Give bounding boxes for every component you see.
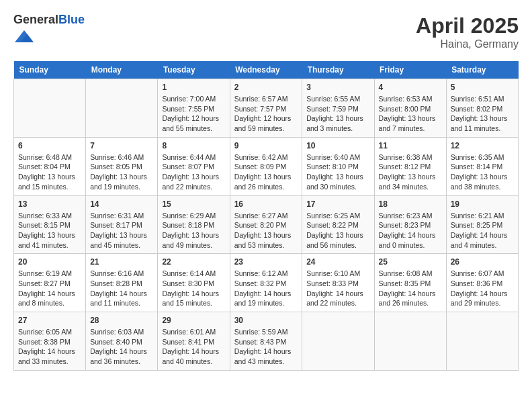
calendar-cell: 1Sunrise: 7:00 AMSunset: 7:55 PMDaylight… [158, 79, 230, 138]
logo-icon [15, 27, 34, 46]
day-number: 27 [18, 316, 81, 325]
day-details: Sunrise: 6:08 AMSunset: 8:35 PMDaylight:… [379, 269, 442, 308]
calendar-cell: 30Sunrise: 5:59 AMSunset: 8:43 PMDayligh… [230, 312, 302, 371]
day-details: Sunrise: 6:19 AMSunset: 8:27 PMDaylight:… [18, 269, 81, 308]
calendar-week-row: 20Sunrise: 6:19 AMSunset: 8:27 PMDayligh… [14, 254, 519, 312]
calendar-body: 1Sunrise: 7:00 AMSunset: 7:55 PMDaylight… [14, 79, 519, 371]
logo-general-text: General [13, 13, 58, 26]
calendar-cell: 15Sunrise: 6:29 AMSunset: 8:18 PMDayligh… [158, 195, 230, 254]
day-number: 7 [90, 141, 153, 150]
day-details: Sunrise: 6:48 AMSunset: 8:04 PMDaylight:… [18, 152, 81, 192]
calendar-cell: 13Sunrise: 6:33 AMSunset: 8:15 PMDayligh… [14, 195, 86, 254]
weekday-header-cell: Tuesday [158, 61, 230, 79]
calendar-cell [446, 312, 518, 371]
calendar-cell: 10Sunrise: 6:40 AMSunset: 8:10 PMDayligh… [302, 137, 374, 195]
day-number: 2 [234, 83, 298, 92]
day-details: Sunrise: 6:21 AMSunset: 8:25 PMDaylight:… [451, 211, 514, 250]
day-details: Sunrise: 6:29 AMSunset: 8:18 PMDaylight:… [162, 211, 225, 250]
calendar-cell: 7Sunrise: 6:46 AMSunset: 8:05 PMDaylight… [86, 137, 158, 195]
calendar-cell: 19Sunrise: 6:21 AMSunset: 8:25 PMDayligh… [446, 195, 518, 254]
calendar-cell: 11Sunrise: 6:38 AMSunset: 8:12 PMDayligh… [374, 137, 446, 195]
day-number: 3 [306, 83, 369, 92]
calendar-cell: 16Sunrise: 6:27 AMSunset: 8:20 PMDayligh… [230, 195, 302, 254]
day-number: 23 [234, 257, 298, 267]
calendar-cell: 17Sunrise: 6:25 AMSunset: 8:22 PMDayligh… [302, 195, 374, 254]
logo: GeneralBlue [13, 13, 85, 48]
day-number: 25 [379, 257, 442, 267]
calendar-cell: 3Sunrise: 6:55 AMSunset: 7:59 PMDaylight… [302, 79, 374, 138]
day-number: 9 [234, 141, 298, 150]
day-details: Sunrise: 6:31 AMSunset: 8:17 PMDaylight:… [90, 211, 153, 250]
day-number: 4 [379, 83, 442, 92]
day-details: Sunrise: 6:05 AMSunset: 8:38 PMDaylight:… [18, 327, 81, 367]
day-details: Sunrise: 6:57 AMSunset: 7:57 PMDaylight:… [234, 94, 298, 134]
day-number: 11 [379, 141, 442, 150]
day-number: 16 [234, 199, 298, 209]
day-number: 15 [162, 199, 225, 209]
day-details: Sunrise: 7:00 AMSunset: 7:55 PMDaylight:… [162, 94, 225, 134]
calendar-table: SundayMondayTuesdayWednesdayThursdayFrid… [13, 61, 519, 371]
day-details: Sunrise: 6:14 AMSunset: 8:30 PMDaylight:… [162, 269, 225, 308]
calendar-cell: 5Sunrise: 6:51 AMSunset: 8:02 PMDaylight… [446, 79, 518, 138]
weekday-header-cell: Wednesday [230, 61, 302, 79]
weekday-header-cell: Friday [374, 61, 446, 79]
page-header: GeneralBlue April 2025 Haina, Germany [13, 13, 519, 50]
calendar-cell: 29Sunrise: 6:01 AMSunset: 8:41 PMDayligh… [158, 312, 230, 371]
calendar-cell: 8Sunrise: 6:44 AMSunset: 8:07 PMDaylight… [158, 137, 230, 195]
day-number: 22 [162, 257, 225, 267]
day-details: Sunrise: 6:42 AMSunset: 8:09 PMDaylight:… [234, 152, 298, 192]
day-number: 30 [234, 316, 298, 325]
day-details: Sunrise: 6:27 AMSunset: 8:20 PMDaylight:… [234, 211, 298, 250]
day-details: Sunrise: 6:12 AMSunset: 8:32 PMDaylight:… [234, 269, 298, 308]
day-number: 13 [18, 199, 81, 209]
calendar-cell [302, 312, 374, 371]
weekday-header-cell: Thursday [302, 61, 374, 79]
calendar-cell: 21Sunrise: 6:16 AMSunset: 8:28 PMDayligh… [86, 254, 158, 312]
day-number: 20 [18, 257, 81, 267]
calendar-week-row: 13Sunrise: 6:33 AMSunset: 8:15 PMDayligh… [14, 195, 519, 254]
day-number: 8 [162, 141, 225, 150]
weekday-header-cell: Sunday [14, 61, 86, 79]
calendar-cell [86, 79, 158, 138]
calendar-cell: 20Sunrise: 6:19 AMSunset: 8:27 PMDayligh… [14, 254, 86, 312]
day-details: Sunrise: 6:46 AMSunset: 8:05 PMDaylight:… [90, 152, 153, 192]
calendar-cell: 25Sunrise: 6:08 AMSunset: 8:35 PMDayligh… [374, 254, 446, 312]
calendar-cell: 12Sunrise: 6:35 AMSunset: 8:14 PMDayligh… [446, 137, 518, 195]
day-details: Sunrise: 6:10 AMSunset: 8:33 PMDaylight:… [306, 269, 369, 308]
day-number: 29 [162, 316, 225, 325]
day-number: 24 [306, 257, 369, 267]
calendar-cell: 23Sunrise: 6:12 AMSunset: 8:32 PMDayligh… [230, 254, 302, 312]
day-number: 28 [90, 316, 153, 325]
day-number: 1 [162, 83, 225, 92]
calendar-title: April 2025 [416, 13, 519, 38]
calendar-week-row: 27Sunrise: 6:05 AMSunset: 8:38 PMDayligh… [14, 312, 519, 371]
calendar-cell: 6Sunrise: 6:48 AMSunset: 8:04 PMDaylight… [14, 137, 86, 195]
calendar-week-row: 1Sunrise: 7:00 AMSunset: 7:55 PMDaylight… [14, 79, 519, 138]
day-details: Sunrise: 6:01 AMSunset: 8:41 PMDaylight:… [162, 327, 225, 367]
day-details: Sunrise: 6:23 AMSunset: 8:23 PMDaylight:… [379, 211, 442, 250]
day-details: Sunrise: 6:16 AMSunset: 8:28 PMDaylight:… [90, 269, 153, 308]
day-number: 5 [451, 83, 514, 92]
day-number: 14 [90, 199, 153, 209]
day-number: 18 [379, 199, 442, 209]
day-number: 10 [306, 141, 369, 150]
day-number: 17 [306, 199, 369, 209]
calendar-week-row: 6Sunrise: 6:48 AMSunset: 8:04 PMDaylight… [14, 137, 519, 195]
day-number: 6 [18, 141, 81, 150]
day-number: 21 [90, 257, 153, 267]
day-details: Sunrise: 6:51 AMSunset: 8:02 PMDaylight:… [451, 94, 514, 134]
calendar-cell: 2Sunrise: 6:57 AMSunset: 7:57 PMDaylight… [230, 79, 302, 138]
logo-blue-text: Blue [58, 13, 85, 26]
title-block: April 2025 Haina, Germany [416, 13, 519, 50]
weekday-header-row: SundayMondayTuesdayWednesdayThursdayFrid… [14, 61, 519, 79]
day-details: Sunrise: 6:33 AMSunset: 8:15 PMDaylight:… [18, 211, 81, 250]
day-number: 19 [451, 199, 514, 209]
calendar-cell: 24Sunrise: 6:10 AMSunset: 8:33 PMDayligh… [302, 254, 374, 312]
day-number: 12 [451, 141, 514, 150]
day-details: Sunrise: 6:55 AMSunset: 7:59 PMDaylight:… [306, 94, 369, 134]
day-details: Sunrise: 5:59 AMSunset: 8:43 PMDaylight:… [234, 327, 298, 367]
calendar-cell: 18Sunrise: 6:23 AMSunset: 8:23 PMDayligh… [374, 195, 446, 254]
day-details: Sunrise: 6:53 AMSunset: 8:00 PMDaylight:… [379, 94, 442, 134]
calendar-cell: 14Sunrise: 6:31 AMSunset: 8:17 PMDayligh… [86, 195, 158, 254]
day-details: Sunrise: 6:25 AMSunset: 8:22 PMDaylight:… [306, 211, 369, 250]
